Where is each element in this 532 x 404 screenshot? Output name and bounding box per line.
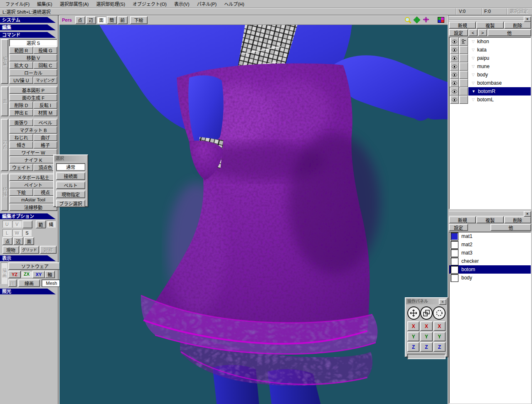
material-row[interactable]: mat3 <box>449 249 531 257</box>
cmd-invert-button[interactable]: 反転 I <box>33 101 57 109</box>
group-tab-edge-point[interactable]: 辺点 <box>1 119 8 171</box>
material-panel-grip[interactable] <box>449 211 525 215</box>
rotate-tool-icon[interactable] <box>433 306 446 320</box>
object-row[interactable]: ▽botombase <box>449 79 531 87</box>
object-flag-button[interactable] <box>459 71 468 79</box>
object-prev-button[interactable]: < <box>468 29 478 36</box>
cmd-underlay-button[interactable]: 下絵 <box>9 189 33 196</box>
underlay-toggle[interactable]: 下絵 <box>130 16 148 24</box>
object-next-button[interactable]: > <box>478 29 487 36</box>
selection-lock-toggle[interactable]: 選択固定 <box>507 8 532 15</box>
show-faces-toggle[interactable]: 面 <box>97 17 106 24</box>
cmd-extrude-button[interactable]: 押出 E <box>9 109 33 116</box>
cmd-mapping-button[interactable]: マッピング <box>33 76 57 84</box>
palette-icon[interactable] <box>437 16 445 24</box>
section-system[interactable]: システム <box>0 17 56 23</box>
group-tab-render[interactable]: 描画 <box>1 262 7 284</box>
object-flag-button[interactable] <box>459 95 468 104</box>
cmd-bend-button[interactable]: 曲げ <box>33 134 57 141</box>
group-tab-special[interactable]: 特殊 <box>1 174 8 211</box>
opt-s-toggle[interactable]: S <box>22 229 32 236</box>
menu-edit[interactable]: 編集(E) <box>33 0 56 7</box>
simple-display-toggle[interactable]: 簡 <box>107 16 117 24</box>
operation-panel-close-icon[interactable]: × <box>439 299 446 305</box>
menu-object[interactable]: オブジェクト(O) <box>129 0 170 7</box>
rotate-view-icon[interactable] <box>422 16 430 24</box>
rotate-z-button[interactable]: Z <box>433 342 446 352</box>
selection-popup-title[interactable]: 選択 <box>54 156 87 162</box>
visibility-eye-button[interactable] <box>450 95 459 104</box>
cmd-select-button[interactable]: 選択 S <box>9 39 57 47</box>
cmd-mastar-button[interactable]: mAstar Tool <box>9 196 57 203</box>
cmd-lasso-button[interactable]: 投縄 G <box>33 47 57 54</box>
move-y-button[interactable]: Y <box>407 332 419 341</box>
cmd-twist-button[interactable]: ねじれ <box>9 134 33 141</box>
object-row[interactable]: ▽mune <box>449 62 531 71</box>
move-z-button[interactable]: Z <box>407 342 419 352</box>
object-delete-button[interactable]: 削除 <box>504 22 531 29</box>
opt-point-toggle[interactable]: 点 <box>2 237 12 245</box>
opt-w-toggle[interactable]: W <box>12 229 22 236</box>
move-x-button[interactable]: X <box>407 321 419 331</box>
expand-triangle-icon[interactable]: ▽ <box>472 98 475 102</box>
select-connected-button[interactable]: 接続面 <box>56 172 85 180</box>
cmd-lattice-button[interactable]: 格子 <box>33 141 57 149</box>
opt-grid-toggle[interactable]: グリッド <box>20 246 39 254</box>
zoom-icon[interactable] <box>404 16 412 24</box>
object-duplicate-button[interactable]: 複製 <box>476 22 503 29</box>
cmd-bevel-button[interactable]: ベベル <box>33 119 57 126</box>
cmd-magnet-button[interactable]: マグネット B <box>9 126 57 134</box>
3d-viewport-canvas[interactable] <box>59 25 448 404</box>
rotate-y-button[interactable]: Y <box>433 332 446 341</box>
object-flag-button[interactable] <box>459 79 468 87</box>
cmd-metaball-button[interactable]: メタボール粘土 <box>9 174 57 181</box>
cmd-move-button[interactable]: 移動 V <box>9 54 57 61</box>
expand-triangle-icon[interactable]: ▽ <box>472 39 475 44</box>
scale-x-button[interactable]: X <box>420 321 432 331</box>
scale-tool-icon[interactable] <box>420 306 433 320</box>
cmd-delete-button[interactable]: 削除 D <box>9 101 33 109</box>
material-other-button[interactable]: 他 <box>490 224 531 231</box>
group-tab-edit[interactable]: 編集 <box>1 39 8 84</box>
expand-triangle-icon[interactable]: ▽ <box>472 56 475 60</box>
object-flag-button[interactable] <box>459 54 468 62</box>
object-row[interactable]: ▽paipu <box>449 54 531 62</box>
cmd-scale-button[interactable]: 拡大 Q <box>9 61 33 69</box>
material-row[interactable]: checker <box>449 257 531 265</box>
object-flag-button[interactable] <box>459 46 468 54</box>
object-panel-grip[interactable] <box>449 16 525 20</box>
object-row[interactable]: ▽body <box>449 71 531 79</box>
opt-u-toggle[interactable]: U <box>2 220 12 228</box>
opt-l-toggle[interactable]: L <box>2 229 12 236</box>
opt-symmetry-toggle[interactable]: 対称 <box>40 246 57 254</box>
cmd-tilt-button[interactable]: 傾き <box>9 141 33 149</box>
display-software-button[interactable]: ソフトウェア <box>8 262 62 270</box>
cmd-facefill-button[interactable]: 面張り <box>9 119 33 126</box>
cmd-wire-button[interactable]: ワイヤー W <box>9 149 57 156</box>
cmd-local-button[interactable]: ローカル <box>9 69 57 76</box>
cmd-facegen-button[interactable]: 面の生成 F <box>9 94 57 101</box>
object-row[interactable]: ▽botomL <box>449 95 531 104</box>
opt-v-toggle[interactable]: V <box>12 220 22 228</box>
object-row[interactable]: ▽kata <box>449 46 531 54</box>
opt-blank-toggle[interactable] <box>22 220 32 228</box>
cmd-material-button[interactable]: 材質 M <box>33 109 57 116</box>
expand-triangle-icon[interactable]: ▽ <box>472 81 475 85</box>
visibility-eye-button[interactable] <box>450 54 459 62</box>
cmd-normalmove-button[interactable]: 法線移動 <box>9 203 57 211</box>
expand-triangle-icon[interactable]: ▽ <box>472 48 475 52</box>
visibility-eye-button[interactable] <box>450 62 459 71</box>
section-edit[interactable]: 編集 <box>0 24 56 30</box>
opt-face-toggle[interactable]: 面 <box>24 237 34 245</box>
object-row[interactable]: ▽kihon <box>449 37 531 46</box>
material-panel-close-icon[interactable]: × <box>524 211 531 217</box>
display-xy-toggle[interactable]: XY <box>32 271 45 278</box>
current-object-icon[interactable] <box>459 37 468 46</box>
section-lighting[interactable]: 照光 <box>0 289 56 294</box>
show-edges-toggle[interactable]: 辺 <box>86 16 96 24</box>
material-settings-button[interactable]: 設定 <box>449 224 468 231</box>
opt-lasso-toggle[interactable]: 縄 <box>47 220 56 228</box>
material-row[interactable]: mat2 <box>449 240 531 249</box>
display-yz-toggle[interactable]: YZ <box>8 271 21 278</box>
material-row-selected[interactable]: botom <box>449 265 531 274</box>
